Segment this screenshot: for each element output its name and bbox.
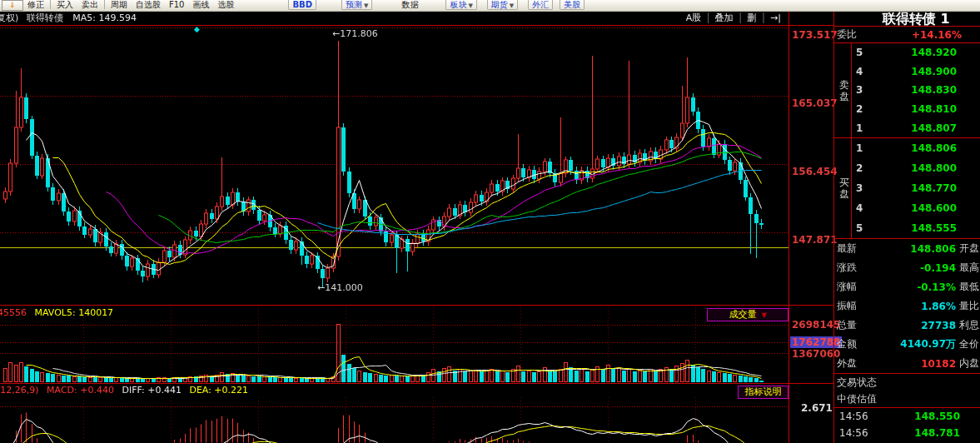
level-number: 2 <box>856 162 863 174</box>
current-volume-label: 45556 <box>0 307 27 318</box>
buy-level-row[interactable]: 5148.555 <box>834 218 980 238</box>
info-value: -0.13% <box>917 281 956 293</box>
high-price-annotation: ←171.806 <box>332 28 378 39</box>
chart-header: 复权) 联得转债 MA5: 149.594 A股│叠加│删│→| <box>0 12 787 25</box>
level-number: 1 <box>856 142 863 154</box>
mavol5-label: MAVOL5: 140017 <box>35 307 114 318</box>
macd-axis-label: 2.671 <box>801 402 833 414</box>
info-label: 金额 <box>837 337 857 351</box>
quote-info-block: 最新148.806开盘涨跌-0.194最高涨幅-0.13%最低振幅1.86%量比… <box>834 239 980 374</box>
buy-level-row[interactable]: 1148.806 <box>834 138 980 158</box>
quote-title: 联得转债 1 <box>834 11 980 26</box>
toolbar-item-数据[interactable]: 数据 <box>397 0 422 9</box>
level-price: 148.920 <box>911 47 957 58</box>
chart-button-A股[interactable]: A股 <box>682 12 706 24</box>
status-row-交易状态[interactable]: 交易状态 <box>834 374 980 391</box>
toolbar-item-周期[interactable]: 周期 <box>107 0 132 9</box>
sell-level-row[interactable]: 1148.807 <box>834 118 980 137</box>
quote-info-row: 涨幅-0.13%最低 <box>834 277 980 296</box>
volume-indicator-dropdown[interactable]: 成交量▼ <box>707 308 788 321</box>
level-price: 148.830 <box>911 84 957 96</box>
quote-info-row: 外盘10182内盘 <box>834 354 980 373</box>
chevron-down-icon: ▼ <box>468 2 472 9</box>
toolbar-item-预测[interactable]: 预测▼ <box>341 0 372 10</box>
quote-info-row: 金额4140.97万全价 <box>834 335 980 354</box>
sell-order-book: 卖盘 5148.9204148.9003148.8302148.8101148.… <box>834 43 980 138</box>
pane-border-top <box>0 25 834 26</box>
volume-pane-header: 45556 MAVOL5: 140017 <box>0 307 113 318</box>
toolbar-item-F10[interactable]: F10 <box>165 0 188 9</box>
buy-level-row[interactable]: 3148.770 <box>834 178 980 198</box>
quote-status-block: 交易状态中债估值 <box>834 374 980 408</box>
buy-order-book: 买盘 1148.8062148.8003148.7704148.6005148.… <box>834 138 980 239</box>
toolbar-separator <box>104 0 105 9</box>
info-label: 总量 <box>837 318 857 332</box>
sell-level-row[interactable]: 2148.810 <box>834 100 980 119</box>
macd-pane-header: (12,26,9) MACD: +0.440 DIFF: +0.441 DEA:… <box>0 385 248 396</box>
sell-side-label: 卖盘 <box>838 79 850 102</box>
buy-level-row[interactable]: 2148.800 <box>834 158 980 178</box>
kline-chart-canvas[interactable] <box>0 0 788 443</box>
toolbar-item-画线[interactable]: 画线 <box>188 0 213 9</box>
info-value: 148.806 <box>910 243 956 255</box>
tick-price: 148.781 <box>914 427 960 439</box>
tick-time: 14:56 <box>839 427 868 439</box>
price-axis-label: 147.871 <box>792 234 838 246</box>
info-label-secondary: 利息 <box>959 318 979 332</box>
diff-value-label: DIFF: +0.441 <box>122 385 181 396</box>
quote-info-row: 最新148.806开盘 <box>834 239 980 258</box>
macd-value-label: MACD: +0.440 <box>47 385 114 396</box>
level-number: 5 <box>856 47 863 58</box>
price-axis-label: 173.517 <box>792 29 838 41</box>
buy-level-row[interactable]: 4148.600 <box>834 198 980 218</box>
toolbar-item-期货[interactable]: 期货▼ <box>487 0 518 10</box>
chart-mode-buttons: A股│叠加│删│→| <box>682 12 785 24</box>
quote-info-row: 涨跌-0.194最高 <box>834 258 980 277</box>
toolbar-item-修正[interactable]: 修正 <box>23 0 48 9</box>
button-separator: │ <box>705 12 711 23</box>
low-price-annotation: ←141.000 <box>317 282 363 293</box>
tick-row: 14:56148.550 <box>834 408 980 425</box>
level-price: 148.555 <box>911 222 957 234</box>
toolbar-item-选股[interactable]: 选股 <box>213 0 238 9</box>
sell-level-row[interactable]: 5148.920 <box>834 43 980 62</box>
status-row-中债估值[interactable]: 中债估值 <box>834 391 980 407</box>
ma5-value-label: MA5: 149.594 <box>72 12 137 23</box>
chart-button-叠加[interactable]: 叠加 <box>711 12 738 24</box>
diamond-marker-icon: ◆ <box>194 25 200 33</box>
next-security-arrow-icon[interactable]: →| <box>766 12 785 23</box>
toolbar-item-卖出[interactable]: 卖出 <box>77 0 102 9</box>
sell-level-row[interactable]: 3148.830 <box>834 81 980 100</box>
toolbar-item-BBD[interactable]: BBD <box>288 0 316 10</box>
chart-button-删[interactable]: 删 <box>743 12 760 24</box>
indicator-help-button[interactable]: 指标说明 <box>738 386 788 399</box>
toolbar: ↓ 修正买入卖出周期自选股F10画线选股BBD预测▼数据板块▼期货▼外汇美股 <box>0 0 980 12</box>
tick-list: 14:56148.55014:56148.781 <box>834 408 980 441</box>
toolbar-item-外汇[interactable]: 外汇 <box>528 0 553 10</box>
download-arrow-button[interactable]: ↓ <box>2 0 23 11</box>
toolbar-separator <box>50 0 51 9</box>
toolbar-item-美股[interactable]: 美股 <box>560 0 585 10</box>
sell-level-row[interactable]: 4148.900 <box>834 62 980 82</box>
weibi-value: +14.16% <box>912 29 962 41</box>
level-number: 1 <box>856 122 863 134</box>
info-value: 10182 <box>921 358 956 370</box>
pane-border-volume-macd <box>0 383 834 384</box>
level-price: 148.807 <box>911 122 957 134</box>
trading-terminal: ↓ 修正买入卖出周期自选股F10画线选股BBD预测▼数据板块▼期货▼外汇美股 复… <box>0 0 980 443</box>
chevron-down-icon: ▼ <box>364 2 368 9</box>
toolbar-item-买入[interactable]: 买入 <box>52 0 77 9</box>
chevron-down-icon: ▼ <box>510 2 514 9</box>
toolbar-item-自选股[interactable]: 自选股 <box>132 0 165 9</box>
price-axis-label: 165.037 <box>792 97 838 109</box>
info-value: 27738 <box>921 320 956 331</box>
button-separator: │ <box>760 12 766 23</box>
level-price: 148.806 <box>911 142 957 154</box>
weibi-row: 委比 +14.16% <box>834 26 980 43</box>
info-value: -0.194 <box>920 262 956 274</box>
level-price: 148.800 <box>911 162 957 174</box>
toolbar-item-板块[interactable]: 板块▼ <box>445 0 476 10</box>
price-axis-label: 156.454 <box>792 166 838 177</box>
level-number: 5 <box>856 222 863 234</box>
info-label-secondary: 最高 <box>959 261 979 275</box>
